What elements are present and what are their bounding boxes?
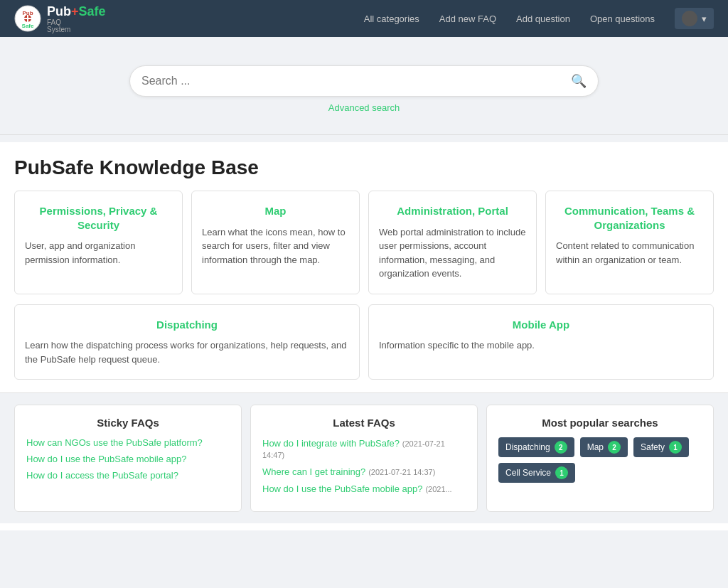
search-section: 🔍 Advanced search xyxy=(0,37,728,127)
category-card-map[interactable]: Map Learn what the icons mean, how to se… xyxy=(191,191,360,294)
nav-all-categories[interactable]: All categories xyxy=(364,14,419,24)
category-desc-mobile-app: Information specific to the mobile app. xyxy=(379,338,703,353)
sticky-faq-item-1[interactable]: How do I use the PubSafe mobile app? xyxy=(26,454,230,464)
logo-icon: Pub Safe xyxy=(14,5,41,32)
latest-faq-date-2: (2021... xyxy=(425,485,451,493)
category-grid-row1: Permissions, Privacy & Security User, ap… xyxy=(14,191,714,294)
category-card-communication[interactable]: Communication, Teams & Organizations Con… xyxy=(545,191,714,294)
user-menu[interactable]: ▾ xyxy=(675,8,714,29)
search-tag-cell-service[interactable]: Cell Service 1 xyxy=(498,463,575,483)
bottom-section: Sticky FAQs How can NGOs use the PubSafe… xyxy=(0,392,728,523)
logo-area: Pub Safe Pub + Safe FAQSystem xyxy=(14,4,106,33)
latest-faq-item-0: How do I integrate with PubSafe? (2021-0… xyxy=(262,437,466,460)
search-tag-label-map: Map xyxy=(587,442,604,452)
advanced-search-link[interactable]: Advanced search xyxy=(328,102,400,113)
sticky-faq-item-0[interactable]: How can NGOs use the PubSafe platform? xyxy=(26,437,230,448)
category-desc-dispatching: Learn how the dispatching process works … xyxy=(25,338,349,366)
sticky-faqs-list: How can NGOs use the PubSafe platform? H… xyxy=(26,437,230,481)
svg-text:Safe: Safe xyxy=(22,23,34,29)
logo-plus: + xyxy=(71,4,79,19)
latest-faqs-card: Latest FAQs How do I integrate with PubS… xyxy=(250,405,478,512)
search-tag-map[interactable]: Map 2 xyxy=(580,437,628,457)
popular-searches-card: Most popular searches Dispatching 2 Map … xyxy=(486,405,714,512)
category-card-administration[interactable]: Administration, Portal Web portal admini… xyxy=(368,191,537,294)
search-tag-safety[interactable]: Safety 1 xyxy=(633,437,689,457)
search-tag-label-cell-service: Cell Service xyxy=(505,468,551,478)
logo-safe: Safe xyxy=(79,4,106,19)
nav-open-questions[interactable]: Open questions xyxy=(590,14,655,24)
search-button[interactable]: 🔍 xyxy=(571,73,587,89)
latest-faq-link-0[interactable]: How do I integrate with PubSafe? xyxy=(262,438,400,449)
page-title: PubSafe Knowledge Base xyxy=(14,156,714,179)
category-card-mobile-app[interactable]: Mobile App Information specific to the m… xyxy=(368,304,714,380)
category-desc-communication: Content related to communication within … xyxy=(556,239,703,267)
nav-add-faq[interactable]: Add new FAQ xyxy=(439,14,496,24)
sticky-faqs-title: Sticky FAQs xyxy=(26,417,230,429)
header: Pub Safe Pub + Safe FAQSystem All catego… xyxy=(0,0,728,37)
search-tag-count-dispatching: 2 xyxy=(555,441,567,454)
latest-faq-date-1: (2021-07-21 14:37) xyxy=(368,468,435,476)
category-title-administration: Administration, Portal xyxy=(379,204,526,218)
category-title-mobile-app: Mobile App xyxy=(379,318,703,332)
latest-faq-item-2: How do I use the PubSafe mobile app? (20… xyxy=(262,483,466,494)
category-title-dispatching: Dispatching xyxy=(25,318,349,332)
logo-subtitle: FAQSystem xyxy=(47,19,106,33)
latest-faq-link-2[interactable]: How do I use the PubSafe mobile app? xyxy=(262,483,422,494)
nav-add-question[interactable]: Add question xyxy=(516,14,570,24)
search-input[interactable] xyxy=(141,75,571,87)
popular-searches-title: Most popular searches xyxy=(498,417,702,429)
search-tag-count-safety: 1 xyxy=(669,441,682,454)
search-tag-dispatching[interactable]: Dispatching 2 xyxy=(498,437,574,457)
category-title-permissions: Permissions, Privacy & Security xyxy=(25,204,172,232)
main-content: PubSafe Knowledge Base Permissions, Priv… xyxy=(0,142,728,530)
divider xyxy=(0,134,728,135)
sticky-faq-item-2[interactable]: How do I access the PubSafe portal? xyxy=(26,470,230,481)
category-title-communication: Communication, Teams & Organizations xyxy=(556,204,703,232)
category-card-dispatching[interactable]: Dispatching Learn how the dispatching pr… xyxy=(14,304,360,380)
logo-pub: Pub xyxy=(47,4,71,19)
user-chevron: ▾ xyxy=(702,14,707,24)
latest-faqs-list: How do I integrate with PubSafe? (2021-0… xyxy=(262,437,466,494)
category-desc-administration: Web portal administration to include use… xyxy=(379,225,526,281)
search-tag-count-cell-service: 1 xyxy=(555,466,568,479)
main-nav: All categories Add new FAQ Add question … xyxy=(364,8,714,29)
latest-faq-item-1: Where can I get training? (2021-07-21 14… xyxy=(262,466,466,477)
logo-text-group: Pub + Safe FAQSystem xyxy=(47,4,106,33)
search-tag-label-dispatching: Dispatching xyxy=(505,442,550,452)
category-desc-permissions: User, app and organization permission in… xyxy=(25,239,172,267)
latest-faqs-title: Latest FAQs xyxy=(262,417,466,429)
search-tag-count-map: 2 xyxy=(608,441,621,454)
sticky-faqs-card: Sticky FAQs How can NGOs use the PubSafe… xyxy=(14,405,242,512)
user-avatar xyxy=(682,11,697,26)
category-desc-map: Learn what the icons mean, how to search… xyxy=(202,225,349,267)
search-bar: 🔍 xyxy=(129,65,599,97)
category-title-map: Map xyxy=(202,204,349,218)
category-grid-row2: Dispatching Learn how the dispatching pr… xyxy=(14,304,714,380)
search-tag-label-safety: Safety xyxy=(641,442,665,452)
category-card-permissions[interactable]: Permissions, Privacy & Security User, ap… xyxy=(14,191,183,294)
popular-searches-list: Dispatching 2 Map 2 Safety 1 Cell Servic… xyxy=(498,437,702,483)
latest-faq-link-1[interactable]: Where can I get training? xyxy=(262,466,365,477)
